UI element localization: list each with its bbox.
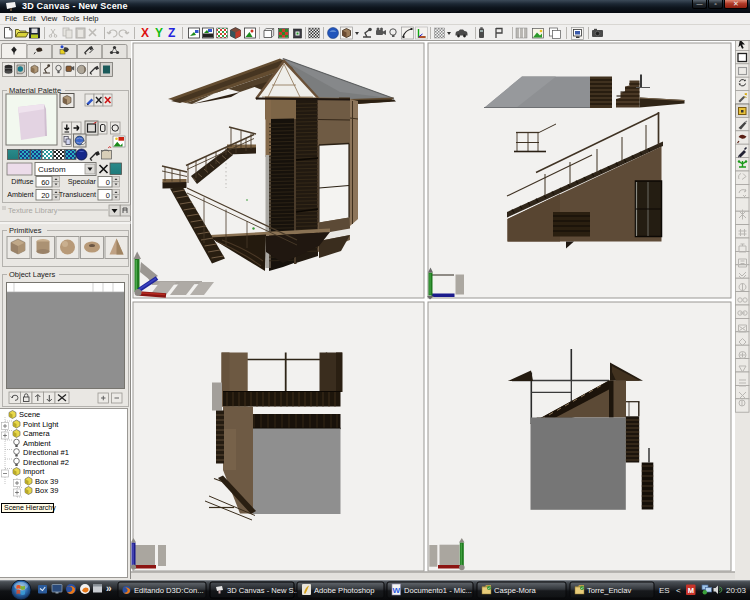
svg-text:Box 39: Box 39 <box>35 477 58 486</box>
svg-text:M: M <box>688 586 694 595</box>
svg-text:Box 39: Box 39 <box>35 486 58 495</box>
svg-text:Adobe Photoshop: Adobe Photoshop <box>314 586 374 595</box>
svg-text:Object Layers: Object Layers <box>9 270 56 279</box>
svg-text:Specular: Specular <box>68 177 97 186</box>
svg-text:Ambient: Ambient <box>7 190 33 199</box>
svg-text:20:03: 20:03 <box>726 586 747 595</box>
svg-text:Import: Import <box>23 467 45 476</box>
svg-text:Material Palette: Material Palette <box>9 86 61 95</box>
svg-text:20: 20 <box>41 191 49 200</box>
svg-text:Scene: Scene <box>19 410 40 419</box>
svg-text:3D Canvas - New S...: 3D Canvas - New S... <box>227 586 300 595</box>
svg-text:Directional #1: Directional #1 <box>23 448 69 457</box>
svg-text:ES: ES <box>659 586 670 595</box>
svg-text:Translucent: Translucent <box>59 190 96 199</box>
svg-text:Caspe-Mora: Caspe-Mora <box>494 586 537 595</box>
svg-text:<: < <box>676 586 681 595</box>
svg-text:60: 60 <box>41 178 49 187</box>
svg-text:»: » <box>106 583 112 594</box>
svg-text:Camera: Camera <box>23 429 51 438</box>
svg-text:Ambient: Ambient <box>23 439 51 448</box>
svg-text:Torre_Enclav: Torre_Enclav <box>587 586 632 595</box>
svg-text:Y: Y <box>155 26 163 40</box>
svg-text:0: 0 <box>106 191 110 200</box>
svg-text:0: 0 <box>106 178 110 187</box>
svg-text:Point Light: Point Light <box>23 420 59 429</box>
svg-text:W: W <box>393 586 401 595</box>
svg-text:Documento1 - Mic...: Documento1 - Mic... <box>404 586 472 595</box>
svg-text:Texture Library: Texture Library <box>8 206 58 215</box>
svg-text:Directional #2: Directional #2 <box>23 458 69 467</box>
svg-text:X: X <box>141 26 149 40</box>
svg-text:Primitives: Primitives <box>9 226 42 235</box>
svg-text:Editando D3D:Con...: Editando D3D:Con... <box>134 586 204 595</box>
svg-text:Diffuse: Diffuse <box>11 177 33 186</box>
svg-text:Custom: Custom <box>38 165 66 174</box>
svg-text:Z: Z <box>168 26 175 40</box>
